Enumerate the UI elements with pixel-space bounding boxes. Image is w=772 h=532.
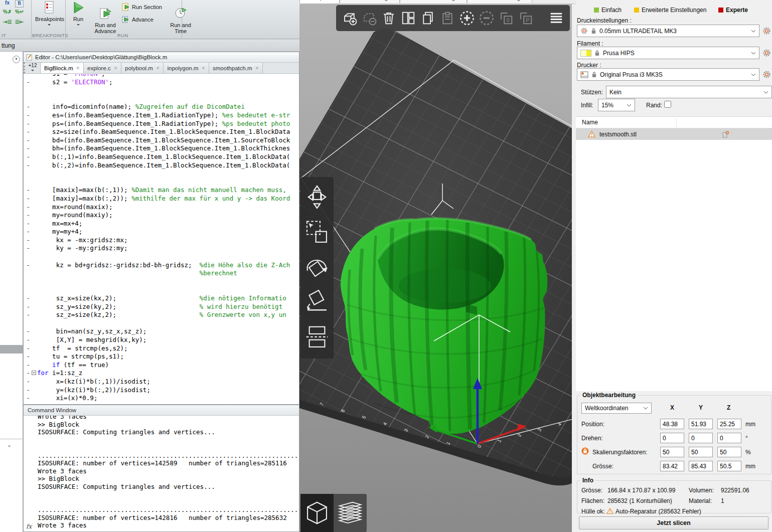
advance-button[interactable]: Advance xyxy=(122,16,170,24)
run-button[interactable]: Run xyxy=(68,1,89,28)
code-editor[interactable]: s1 = 'PHOTON';- s2 = 'ELECTRON';- info=d… xyxy=(24,74,299,404)
scale-z-input[interactable] xyxy=(717,447,741,457)
rotate-icon[interactable] xyxy=(304,254,330,283)
brim-checkbox[interactable] xyxy=(664,101,671,108)
split-to-objects-icon[interactable]: 0 xyxy=(497,8,516,28)
position-z-input[interactable] xyxy=(717,419,741,429)
add-instance-icon[interactable] xyxy=(457,8,477,28)
uniform-scale-lock-icon[interactable] xyxy=(581,447,589,456)
editor-tab-inpolygon.m[interactable]: inpolygon.m✕ xyxy=(164,63,209,73)
svg-text:P: P xyxy=(526,17,529,23)
delete-object-icon[interactable] xyxy=(360,8,379,28)
command-window-output[interactable]: Wrote 3 faces>> BigBlockISOSURFACE: Comp… xyxy=(24,416,299,531)
fi-icon[interactable]: fi xyxy=(15,0,24,8)
object-settings-icon[interactable] xyxy=(722,131,729,138)
copy-icon[interactable] xyxy=(418,8,437,28)
delete-all-icon[interactable] xyxy=(379,8,398,28)
3d-viewport[interactable]: 012341234567 xyxy=(299,4,572,532)
comment-wrap-icon[interactable]: %↵ xyxy=(15,9,24,17)
auto-repair-link[interactable]: Auto-Reparatur (285632 Fehler) xyxy=(615,508,701,515)
printer-gear-button[interactable] xyxy=(761,69,772,80)
supports-select[interactable]: Kein xyxy=(606,86,772,98)
infill-value: 15% xyxy=(601,102,613,109)
place-on-face-icon[interactable] xyxy=(305,290,329,318)
slice-now-button[interactable]: Jetzt slicen xyxy=(579,516,768,529)
editor-tab-explore.c[interactable]: explore.c✕ xyxy=(84,63,121,73)
paste-icon[interactable] xyxy=(438,8,457,28)
rotate-y-input[interactable] xyxy=(689,433,713,443)
editor-tab-BigBlock.m[interactable]: BigBlock.m✕ xyxy=(41,62,84,73)
filament-select[interactable]: Prusa HIPS xyxy=(577,47,759,59)
close-icon[interactable]: ✕ xyxy=(76,66,80,71)
infill-select[interactable]: 15% xyxy=(598,99,635,111)
object-list-header[interactable]: Name xyxy=(576,117,772,128)
close-icon[interactable]: ✕ xyxy=(156,66,160,71)
folder-selected-row[interactable] xyxy=(0,345,23,353)
fx-prompt[interactable]: fx xyxy=(26,523,32,530)
info-material-value: 1 xyxy=(721,497,724,504)
editor-tab-smoothpatch.m[interactable]: smoothpatch.m✕ xyxy=(209,63,263,73)
split-to-parts-icon[interactable]: P xyxy=(516,8,535,28)
close-icon[interactable]: ✕ xyxy=(201,66,205,71)
move-icon[interactable] xyxy=(306,183,328,213)
editor-plus-tab[interactable]: +12 xyxy=(24,62,41,73)
execution-marker: - xyxy=(24,78,32,87)
console-line: Wrote 3 faces xyxy=(38,467,299,475)
mode-simple[interactable]: Einfach xyxy=(594,7,622,14)
size-y-input[interactable] xyxy=(689,461,713,471)
tab-label: BigBlock.m xyxy=(44,65,73,71)
run-section-button[interactable]: Run Section xyxy=(122,3,170,11)
filament-value: Prusa HIPS xyxy=(603,50,635,57)
console-line xyxy=(38,444,299,452)
printer-select[interactable]: Original Prusa i3 MK3S xyxy=(577,68,759,81)
layers-preview-icon[interactable] xyxy=(334,494,367,532)
info-manifold-label: Hülle ok: xyxy=(581,508,605,515)
slicer-tab-Filamenteinstellungen[interactable]: Filamenteinstellungen xyxy=(400,0,467,3)
code-line: - es=(info.BeamSequence.Item_1.Radiation… xyxy=(24,111,299,120)
close-icon[interactable]: ✕ xyxy=(255,66,259,71)
comment-icon[interactable]: %✗ xyxy=(3,9,12,17)
slicer-tab-Druckeinstellungen[interactable]: Druckeinstellungen xyxy=(340,0,400,3)
indent-right-icon[interactable]: ⇥☰ xyxy=(3,19,12,27)
print-settings-gear-button[interactable] xyxy=(761,26,772,36)
size-z-input[interactable] xyxy=(717,461,741,471)
fold-icon[interactable]: − xyxy=(32,371,36,375)
current-folder-path[interactable]: ttung xyxy=(0,40,299,52)
scale-y-input[interactable] xyxy=(689,447,713,457)
3d-view-icon[interactable] xyxy=(300,494,334,532)
filament-color-swatch xyxy=(580,50,591,57)
mode-expert[interactable]: Experte xyxy=(718,7,748,14)
warning-icon xyxy=(606,508,613,515)
run-and-time-button[interactable]: Run and Time xyxy=(169,1,193,40)
fx-icon[interactable]: fx xyxy=(3,0,12,8)
arrange-icon[interactable] xyxy=(399,8,418,28)
chevron-down-icon[interactable]: ⌄ xyxy=(7,442,12,448)
indent-left-icon[interactable]: ☰⇤ xyxy=(15,19,24,27)
mode-advanced[interactable]: Erweiterte Einstellungen xyxy=(634,7,706,14)
remove-instance-icon[interactable] xyxy=(477,8,496,28)
print-settings-select[interactable]: 0.05mm ULTRADETAIL MK3 xyxy=(577,25,759,37)
variable-layer-height-icon[interactable] xyxy=(547,8,566,28)
filament-gear-button[interactable] xyxy=(761,48,772,58)
object-row[interactable]: testsmooth.stl xyxy=(576,128,772,140)
cut-icon[interactable] xyxy=(305,324,329,352)
slicer-tab-Druckplatte[interactable]: Druckplatte xyxy=(299,0,340,3)
breakpoints-button[interactable]: Breakpoints xyxy=(35,1,63,28)
slicer-tab-Druckereinstellungen[interactable]: Druckereinstellungen xyxy=(467,0,532,3)
rotate-x-input[interactable] xyxy=(660,433,684,443)
scale-x-input[interactable] xyxy=(660,447,684,457)
editor-tab-polybool.m[interactable]: polybool.m✕ xyxy=(121,63,164,73)
position-y-input[interactable] xyxy=(689,419,713,429)
panel-menu-icon[interactable]: ▾ xyxy=(13,56,20,63)
add-object-icon[interactable] xyxy=(340,8,359,28)
console-line xyxy=(38,436,299,444)
execution-marker: - xyxy=(24,161,32,170)
position-x-input[interactable] xyxy=(660,419,684,429)
coordinates-select[interactable]: Weltkoordinaten xyxy=(581,403,652,414)
close-icon[interactable]: ✕ xyxy=(114,66,118,71)
scale-icon[interactable] xyxy=(305,220,329,248)
rotate-z-input[interactable] xyxy=(717,433,741,443)
execution-marker: - xyxy=(24,261,32,270)
axis-x-header: X xyxy=(670,404,674,411)
size-x-input[interactable] xyxy=(660,461,684,471)
